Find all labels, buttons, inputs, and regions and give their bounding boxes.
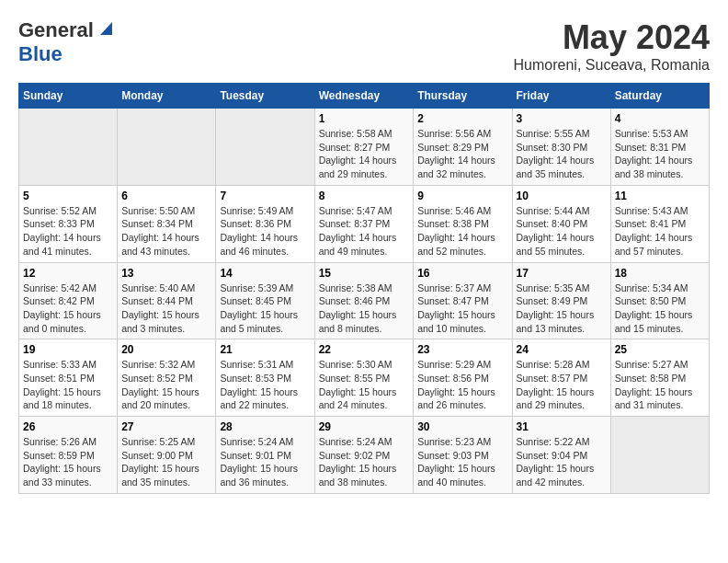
weekday-header-cell: Sunday <box>19 84 118 109</box>
weekday-header-cell: Tuesday <box>216 84 314 109</box>
day-info: Sunrise: 5:49 AM Sunset: 8:36 PM Dayligh… <box>220 204 310 259</box>
month-title: May 2024 <box>514 18 710 57</box>
day-number: 26 <box>23 420 113 433</box>
logo: General Blue <box>18 18 112 66</box>
weekday-header-cell: Monday <box>118 84 216 109</box>
calendar-week-row: 5Sunrise: 5:52 AM Sunset: 8:33 PM Daylig… <box>19 185 710 262</box>
day-info: Sunrise: 5:33 AM Sunset: 8:51 PM Dayligh… <box>23 358 113 412</box>
calendar-day-cell: 26Sunrise: 5:26 AM Sunset: 8:59 PM Dayli… <box>19 417 118 494</box>
calendar-day-cell: 13Sunrise: 5:40 AM Sunset: 8:44 PM Dayli… <box>118 262 216 339</box>
day-number: 1 <box>319 112 410 125</box>
day-number: 11 <box>615 190 705 202</box>
day-info: Sunrise: 5:42 AM Sunset: 8:42 PM Dayligh… <box>23 282 113 336</box>
day-number: 27 <box>121 420 211 433</box>
calendar-day-cell: 14Sunrise: 5:39 AM Sunset: 8:45 PM Dayli… <box>216 262 314 339</box>
weekday-header-cell: Wednesday <box>314 84 414 109</box>
calendar-day-cell: 30Sunrise: 5:23 AM Sunset: 9:03 PM Dayli… <box>414 417 512 494</box>
day-number: 10 <box>517 190 607 202</box>
day-info: Sunrise: 5:44 AM Sunset: 8:40 PM Dayligh… <box>517 204 607 259</box>
calendar-week-row: 1Sunrise: 5:58 AM Sunset: 8:27 PM Daylig… <box>19 109 710 186</box>
day-number: 30 <box>417 420 507 433</box>
calendar-day-cell: 25Sunrise: 5:27 AM Sunset: 8:58 PM Dayli… <box>610 339 709 417</box>
day-number: 23 <box>417 343 507 356</box>
calendar-day-cell: 10Sunrise: 5:44 AM Sunset: 8:40 PM Dayli… <box>512 185 610 262</box>
svg-marker-0 <box>100 22 112 35</box>
day-info: Sunrise: 5:46 AM Sunset: 8:38 PM Dayligh… <box>417 204 507 259</box>
calendar-day-cell: 3Sunrise: 5:55 AM Sunset: 8:30 PM Daylig… <box>512 109 610 186</box>
page-header: General Blue May 2024 Humoreni, Suceava,… <box>18 18 710 74</box>
day-info: Sunrise: 5:52 AM Sunset: 8:33 PM Dayligh… <box>23 204 113 259</box>
day-number: 4 <box>615 112 705 125</box>
weekday-header-cell: Friday <box>512 84 610 109</box>
title-block: May 2024 Humoreni, Suceava, Romania <box>514 18 710 74</box>
calendar-day-cell: 1Sunrise: 5:58 AM Sunset: 8:27 PM Daylig… <box>314 109 414 186</box>
calendar-week-row: 19Sunrise: 5:33 AM Sunset: 8:51 PM Dayli… <box>19 339 710 417</box>
day-number: 14 <box>220 267 310 280</box>
day-number: 9 <box>417 190 507 202</box>
calendar-day-cell: 29Sunrise: 5:24 AM Sunset: 9:02 PM Dayli… <box>314 417 414 494</box>
day-info: Sunrise: 5:43 AM Sunset: 8:41 PM Dayligh… <box>615 204 705 259</box>
calendar-day-cell: 24Sunrise: 5:28 AM Sunset: 8:57 PM Dayli… <box>512 339 610 417</box>
logo-triangle-icon <box>96 20 112 37</box>
day-number: 18 <box>615 267 705 280</box>
calendar-day-cell <box>216 109 314 186</box>
day-info: Sunrise: 5:34 AM Sunset: 8:50 PM Dayligh… <box>615 282 705 336</box>
calendar-day-cell: 27Sunrise: 5:25 AM Sunset: 9:00 PM Dayli… <box>118 417 216 494</box>
calendar-day-cell: 7Sunrise: 5:49 AM Sunset: 8:36 PM Daylig… <box>216 185 314 262</box>
calendar-day-cell: 31Sunrise: 5:22 AM Sunset: 9:04 PM Dayli… <box>512 417 610 494</box>
calendar-day-cell: 15Sunrise: 5:38 AM Sunset: 8:46 PM Dayli… <box>314 262 414 339</box>
calendar-day-cell <box>19 109 118 186</box>
day-number: 6 <box>121 190 211 202</box>
day-number: 2 <box>417 112 507 125</box>
day-number: 3 <box>517 112 607 125</box>
weekday-header-row: SundayMondayTuesdayWednesdayThursdayFrid… <box>19 84 710 109</box>
day-info: Sunrise: 5:37 AM Sunset: 8:47 PM Dayligh… <box>417 282 507 336</box>
day-info: Sunrise: 5:26 AM Sunset: 8:59 PM Dayligh… <box>23 435 113 489</box>
day-number: 25 <box>615 343 705 356</box>
calendar-day-cell: 9Sunrise: 5:46 AM Sunset: 8:38 PM Daylig… <box>414 185 512 262</box>
day-info: Sunrise: 5:24 AM Sunset: 9:01 PM Dayligh… <box>220 435 310 489</box>
day-info: Sunrise: 5:40 AM Sunset: 8:44 PM Dayligh… <box>121 282 211 336</box>
day-number: 12 <box>23 267 113 280</box>
weekday-header-cell: Thursday <box>414 84 512 109</box>
calendar-day-cell <box>610 417 709 494</box>
day-number: 8 <box>319 190 410 202</box>
day-number: 15 <box>319 267 410 280</box>
day-info: Sunrise: 5:38 AM Sunset: 8:46 PM Dayligh… <box>319 282 410 336</box>
calendar-day-cell: 19Sunrise: 5:33 AM Sunset: 8:51 PM Dayli… <box>19 339 118 417</box>
calendar-week-row: 26Sunrise: 5:26 AM Sunset: 8:59 PM Dayli… <box>19 417 710 494</box>
calendar-day-cell: 18Sunrise: 5:34 AM Sunset: 8:50 PM Dayli… <box>610 262 709 339</box>
calendar-day-cell: 20Sunrise: 5:32 AM Sunset: 8:52 PM Dayli… <box>118 339 216 417</box>
day-number: 31 <box>517 420 607 433</box>
day-info: Sunrise: 5:58 AM Sunset: 8:27 PM Dayligh… <box>319 127 410 181</box>
calendar-day-cell: 23Sunrise: 5:29 AM Sunset: 8:56 PM Dayli… <box>414 339 512 417</box>
day-number: 24 <box>517 343 607 356</box>
day-info: Sunrise: 5:47 AM Sunset: 8:37 PM Dayligh… <box>319 204 410 259</box>
day-number: 5 <box>23 190 113 202</box>
day-number: 17 <box>517 267 607 280</box>
calendar-day-cell: 28Sunrise: 5:24 AM Sunset: 9:01 PM Dayli… <box>216 417 314 494</box>
day-number: 20 <box>121 343 211 356</box>
day-info: Sunrise: 5:27 AM Sunset: 8:58 PM Dayligh… <box>615 358 705 412</box>
day-number: 29 <box>319 420 410 433</box>
calendar-day-cell: 22Sunrise: 5:30 AM Sunset: 8:55 PM Dayli… <box>314 339 414 417</box>
calendar-day-cell: 21Sunrise: 5:31 AM Sunset: 8:53 PM Dayli… <box>216 339 314 417</box>
calendar-day-cell: 2Sunrise: 5:56 AM Sunset: 8:29 PM Daylig… <box>414 109 512 186</box>
calendar-table: SundayMondayTuesdayWednesdayThursdayFrid… <box>18 83 710 494</box>
day-number: 28 <box>220 420 310 433</box>
day-info: Sunrise: 5:22 AM Sunset: 9:04 PM Dayligh… <box>517 435 607 489</box>
calendar-day-cell: 12Sunrise: 5:42 AM Sunset: 8:42 PM Dayli… <box>19 262 118 339</box>
logo-blue-text: Blue <box>18 42 63 66</box>
calendar-day-cell: 5Sunrise: 5:52 AM Sunset: 8:33 PM Daylig… <box>19 185 118 262</box>
day-info: Sunrise: 5:30 AM Sunset: 8:55 PM Dayligh… <box>319 358 410 412</box>
logo-general-text: General <box>18 18 94 42</box>
day-info: Sunrise: 5:50 AM Sunset: 8:34 PM Dayligh… <box>121 204 211 259</box>
day-info: Sunrise: 5:24 AM Sunset: 9:02 PM Dayligh… <box>319 435 410 489</box>
day-info: Sunrise: 5:31 AM Sunset: 8:53 PM Dayligh… <box>220 358 310 412</box>
day-info: Sunrise: 5:39 AM Sunset: 8:45 PM Dayligh… <box>220 282 310 336</box>
calendar-day-cell: 6Sunrise: 5:50 AM Sunset: 8:34 PM Daylig… <box>118 185 216 262</box>
calendar-day-cell: 4Sunrise: 5:53 AM Sunset: 8:31 PM Daylig… <box>610 109 709 186</box>
calendar-week-row: 12Sunrise: 5:42 AM Sunset: 8:42 PM Dayli… <box>19 262 710 339</box>
calendar-day-cell: 16Sunrise: 5:37 AM Sunset: 8:47 PM Dayli… <box>414 262 512 339</box>
day-info: Sunrise: 5:53 AM Sunset: 8:31 PM Dayligh… <box>615 127 705 181</box>
